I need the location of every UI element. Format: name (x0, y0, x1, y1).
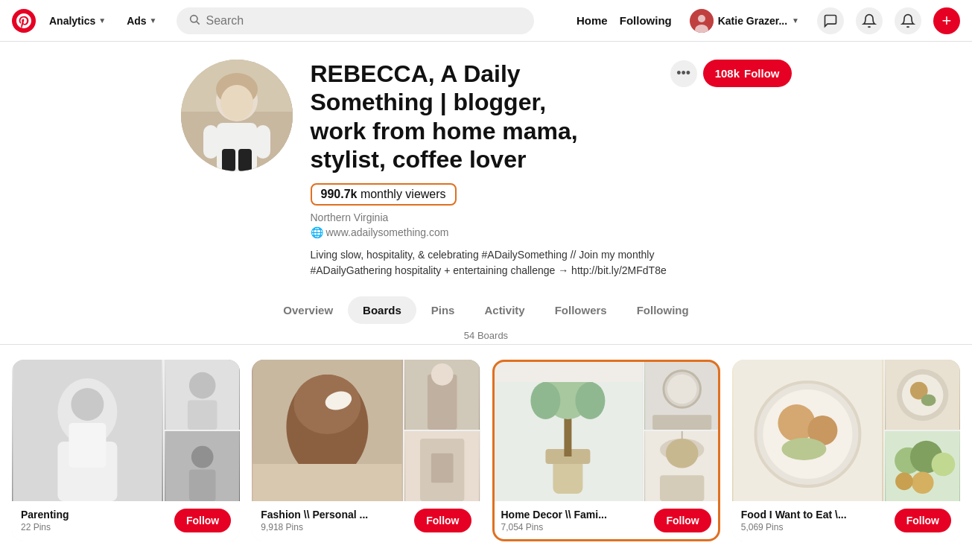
profile-info: REBECCA, A Daily Something | blogger, wo… (311, 60, 792, 279)
svg-rect-19 (69, 423, 106, 468)
header: Analytics ▼ Ads ▼ Home Following (0, 0, 972, 42)
settings-button[interactable] (895, 7, 921, 34)
profile-section: REBECCA, A Daily Something | blogger, wo… (0, 42, 972, 345)
pinterest-logo[interactable] (12, 9, 36, 33)
tab-boards[interactable]: Boards (348, 296, 416, 324)
board-pins-fashion: 9,918 Pins (261, 522, 368, 532)
monthly-viewers-badge: 990.7k monthly viewers (311, 183, 457, 206)
follow-button-home[interactable]: Follow (654, 509, 711, 532)
svg-rect-14 (238, 149, 252, 171)
board-img-main-parenting (12, 360, 163, 501)
board-card-home[interactable]: Home Decor \\ Fami... 7,054 Pins Follow (492, 360, 720, 541)
board-card-parenting[interactable]: Parenting 22 Pins Follow (12, 360, 240, 541)
svg-rect-13 (222, 149, 235, 171)
avatar (690, 9, 714, 33)
more-options-button[interactable]: ••• (670, 60, 697, 87)
board-images-food (732, 360, 960, 501)
board-img-small-1-food (885, 360, 960, 430)
board-name-home: Home Decor \\ Fami... (501, 509, 607, 521)
svg-point-3 (698, 15, 705, 22)
search-input[interactable] (206, 14, 522, 28)
header-left: Analytics ▼ Ads ▼ (12, 9, 165, 33)
board-pins-parenting: 22 Pins (21, 522, 69, 532)
profile-location: Northern Virginia (311, 211, 792, 223)
board-images-fashion (252, 360, 480, 501)
board-pins-food: 5,069 Pins (741, 522, 847, 532)
board-img-small-1-home (644, 360, 720, 430)
following-nav[interactable]: Following (620, 14, 672, 27)
svg-point-47 (667, 374, 697, 404)
board-info-parenting: Parenting 22 Pins (21, 509, 69, 532)
svg-point-42 (530, 382, 560, 419)
profile-bio: Living slow, hospitality, & celebrating … (311, 247, 683, 279)
board-footer-parenting: Parenting 22 Pins Follow (12, 501, 240, 541)
svg-point-33 (431, 363, 454, 386)
monthly-viewers-count: 990.7k (321, 188, 358, 200)
ads-nav[interactable]: Ads ▼ (119, 10, 164, 31)
svg-point-24 (191, 445, 214, 468)
user-chevron: ▼ (792, 16, 799, 25)
analytics-chevron: ▼ (98, 16, 106, 25)
board-img-small-2-food (885, 431, 960, 501)
board-pins-home: 7,054 Pins (501, 522, 607, 532)
svg-point-70 (911, 471, 933, 494)
tab-activity[interactable]: Activity (469, 296, 539, 324)
home-nav[interactable]: Home (576, 14, 608, 27)
profile-header-row: REBECCA, A Daily Something | blogger, wo… (311, 60, 792, 174)
follow-button-fashion[interactable]: Follow (414, 509, 471, 532)
notifications-button[interactable] (856, 7, 883, 34)
profile-name: REBECCA, A Daily Something | blogger, wo… (311, 60, 594, 174)
svg-point-43 (575, 382, 605, 419)
tab-followers[interactable]: Followers (540, 296, 622, 324)
board-footer-food: Food I Want to Eat \... 5,069 Pins Follo… (732, 501, 960, 541)
board-images-parenting (12, 360, 240, 501)
follow-label: Follow (744, 67, 780, 80)
profile-actions: ••• 108k Follow (670, 60, 792, 87)
add-button[interactable]: + (933, 7, 960, 34)
board-img-main-fashion (252, 360, 403, 501)
board-name-parenting: Parenting (21, 509, 69, 521)
board-name-fashion: Fashion \\ Personal ... (261, 509, 368, 521)
profile-avatar (181, 60, 293, 171)
board-info-home: Home Decor \\ Fami... 7,054 Pins (501, 509, 607, 532)
svg-rect-44 (493, 360, 642, 382)
svg-point-0 (190, 15, 197, 22)
svg-rect-48 (652, 415, 711, 430)
tab-overview[interactable]: Overview (268, 296, 348, 324)
profile-top: REBECCA, A Daily Something | blogger, wo… (151, 60, 822, 279)
svg-rect-36 (431, 453, 454, 483)
follow-button[interactable]: 108k Follow (703, 60, 792, 87)
svg-rect-22 (188, 400, 217, 430)
follow-button-parenting[interactable]: Follow (174, 509, 231, 532)
boards-count: 54 Boards (464, 330, 508, 341)
board-info-food: Food I Want to Eat \... 5,069 Pins (741, 509, 847, 532)
ads-chevron: ▼ (150, 16, 157, 25)
follow-button-food[interactable]: Follow (895, 509, 951, 532)
profile-website: 🌐 www.adailysomething.com (311, 226, 792, 238)
user-pill[interactable]: Katie Grazer... ▼ (684, 6, 805, 36)
svg-point-65 (921, 394, 936, 406)
board-card-food[interactable]: Food I Want to Eat \... 5,069 Pins Follo… (732, 360, 960, 541)
svg-point-21 (189, 372, 216, 398)
svg-point-52 (666, 438, 699, 468)
search-icon (188, 13, 200, 28)
website-url[interactable]: www.adailysomething.com (326, 226, 449, 238)
tab-pins[interactable]: Pins (416, 296, 470, 324)
add-icon: + (942, 13, 952, 29)
search-wrapper[interactable] (177, 7, 534, 34)
svg-line-1 (197, 22, 200, 25)
analytics-nav[interactable]: Analytics ▼ (42, 10, 113, 31)
board-name-food: Food I Want to Eat \... (741, 509, 847, 521)
tab-following[interactable]: Following (622, 296, 704, 324)
ads-label: Ads (127, 15, 146, 27)
svg-point-18 (71, 388, 104, 421)
messages-button[interactable] (817, 7, 844, 34)
board-card-fashion[interactable]: Fashion \\ Personal ... 9,918 Pins Follo… (252, 360, 480, 541)
board-info-fashion: Fashion \\ Personal ... 9,918 Pins (261, 509, 368, 532)
more-icon: ••• (676, 66, 690, 81)
board-img-small-1-fashion (404, 360, 480, 430)
header-right: Home Following Katie Grazer... ▼ (576, 6, 960, 36)
svg-rect-12 (255, 125, 270, 159)
profile-meta: Northern Virginia 🌐 www.adailysomething.… (311, 211, 792, 238)
svg-point-69 (931, 452, 955, 476)
